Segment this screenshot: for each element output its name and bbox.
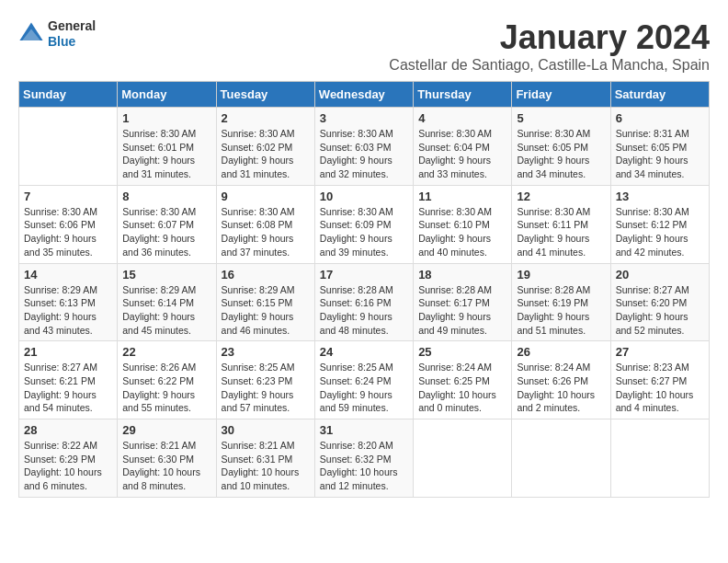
day-info: Sunrise: 8:30 AM Sunset: 6:01 PM Dayligh… [122,127,210,181]
day-header-sunday: Sunday [19,82,118,108]
day-info: Sunrise: 8:30 AM Sunset: 6:05 PM Dayligh… [517,127,605,181]
day-info: Sunrise: 8:21 AM Sunset: 6:30 PM Dayligh… [122,439,210,493]
day-info: Sunrise: 8:31 AM Sunset: 6:05 PM Dayligh… [616,127,704,181]
day-number: 17 [320,268,408,282]
calendar-cell: 9Sunrise: 8:30 AM Sunset: 6:08 PM Daylig… [216,185,314,263]
day-number: 16 [222,268,310,282]
calendar-cell: 3Sunrise: 8:30 AM Sunset: 6:03 PM Daylig… [314,108,413,186]
day-info: Sunrise: 8:30 AM Sunset: 6:07 PM Dayligh… [122,205,210,259]
calendar-header-row: SundayMondayTuesdayWednesdayThursdayFrid… [19,82,710,108]
day-number: 13 [616,190,704,203]
calendar-cell: 23Sunrise: 8:25 AM Sunset: 6:23 PM Dayli… [216,341,314,419]
calendar-cell: 5Sunrise: 8:30 AM Sunset: 6:05 PM Daylig… [512,108,610,186]
day-number: 30 [222,423,310,437]
calendar-week-row: 1Sunrise: 8:30 AM Sunset: 6:01 PM Daylig… [19,108,710,186]
calendar-cell: 28Sunrise: 8:22 AM Sunset: 6:29 PM Dayli… [19,419,118,498]
main-title: January 2024 [389,18,710,57]
logo-line2: Blue [48,34,96,50]
day-number: 28 [24,423,112,437]
day-number: 19 [517,268,605,282]
calendar-cell: 31Sunrise: 8:20 AM Sunset: 6:32 PM Dayli… [314,419,413,498]
logo-line1: General [48,18,96,34]
calendar-cell [610,419,709,498]
day-number: 6 [616,111,704,125]
day-info: Sunrise: 8:29 AM Sunset: 6:15 PM Dayligh… [222,283,310,338]
day-info: Sunrise: 8:30 AM Sunset: 6:12 PM Dayligh… [616,205,704,259]
logo-icon [18,21,44,47]
day-number: 15 [122,268,210,282]
day-number: 1 [122,111,210,125]
day-info: Sunrise: 8:30 AM Sunset: 6:10 PM Dayligh… [418,205,506,259]
day-info: Sunrise: 8:29 AM Sunset: 6:14 PM Dayligh… [122,283,210,338]
day-number: 18 [418,268,506,282]
day-number: 22 [122,345,210,359]
day-info: Sunrise: 8:28 AM Sunset: 6:16 PM Dayligh… [320,283,408,338]
day-number: 14 [24,268,112,282]
day-info: Sunrise: 8:20 AM Sunset: 6:32 PM Dayligh… [320,439,408,493]
calendar-cell: 19Sunrise: 8:28 AM Sunset: 6:19 PM Dayli… [512,263,610,341]
day-info: Sunrise: 8:30 AM Sunset: 6:08 PM Dayligh… [222,205,310,259]
calendar-cell: 11Sunrise: 8:30 AM Sunset: 6:10 PM Dayli… [414,185,512,263]
calendar-cell: 10Sunrise: 8:30 AM Sunset: 6:09 PM Dayli… [314,185,413,263]
calendar-cell: 21Sunrise: 8:27 AM Sunset: 6:21 PM Dayli… [19,341,118,419]
day-header-thursday: Thursday [414,82,512,108]
logo: General Blue [18,18,96,50]
day-info: Sunrise: 8:28 AM Sunset: 6:17 PM Dayligh… [418,283,506,338]
day-info: Sunrise: 8:27 AM Sunset: 6:20 PM Dayligh… [616,283,704,338]
day-info: Sunrise: 8:30 AM Sunset: 6:11 PM Dayligh… [517,205,605,259]
day-number: 5 [517,111,605,125]
calendar-week-row: 21Sunrise: 8:27 AM Sunset: 6:21 PM Dayli… [19,341,710,419]
calendar-cell: 7Sunrise: 8:30 AM Sunset: 6:06 PM Daylig… [19,185,118,263]
calendar-cell: 2Sunrise: 8:30 AM Sunset: 6:02 PM Daylig… [216,108,314,186]
calendar-cell: 25Sunrise: 8:24 AM Sunset: 6:25 PM Dayli… [414,341,512,419]
day-header-monday: Monday [118,82,216,108]
day-number: 2 [222,111,310,125]
calendar-body: 1Sunrise: 8:30 AM Sunset: 6:01 PM Daylig… [19,108,710,498]
day-number: 11 [418,190,506,203]
day-number: 21 [24,345,112,359]
day-number: 29 [122,423,210,437]
day-info: Sunrise: 8:21 AM Sunset: 6:31 PM Dayligh… [222,439,310,493]
day-info: Sunrise: 8:30 AM Sunset: 6:06 PM Dayligh… [24,205,112,259]
day-info: Sunrise: 8:27 AM Sunset: 6:21 PM Dayligh… [24,361,112,415]
calendar-cell: 12Sunrise: 8:30 AM Sunset: 6:11 PM Dayli… [512,185,610,263]
day-number: 25 [418,345,506,359]
calendar-cell: 26Sunrise: 8:24 AM Sunset: 6:26 PM Dayli… [512,341,610,419]
day-info: Sunrise: 8:24 AM Sunset: 6:26 PM Dayligh… [517,361,605,415]
day-number: 12 [517,190,605,203]
day-header-saturday: Saturday [610,82,709,108]
day-info: Sunrise: 8:30 AM Sunset: 6:02 PM Dayligh… [222,127,310,181]
calendar-cell [512,419,610,498]
day-number: 7 [24,190,112,203]
day-info: Sunrise: 8:30 AM Sunset: 6:09 PM Dayligh… [320,205,408,259]
day-number: 9 [222,190,310,203]
day-number: 3 [320,111,408,125]
day-header-tuesday: Tuesday [216,82,314,108]
day-number: 24 [320,345,408,359]
calendar-cell [19,108,118,186]
day-number: 26 [517,345,605,359]
day-number: 20 [616,268,704,282]
day-info: Sunrise: 8:25 AM Sunset: 6:24 PM Dayligh… [320,361,408,415]
day-info: Sunrise: 8:29 AM Sunset: 6:13 PM Dayligh… [24,283,112,338]
subtitle: Castellar de Santiago, Castille-La Manch… [389,57,710,74]
calendar-cell: 27Sunrise: 8:23 AM Sunset: 6:27 PM Dayli… [610,341,709,419]
calendar-cell: 30Sunrise: 8:21 AM Sunset: 6:31 PM Dayli… [216,419,314,498]
day-info: Sunrise: 8:30 AM Sunset: 6:03 PM Dayligh… [320,127,408,181]
calendar-cell: 8Sunrise: 8:30 AM Sunset: 6:07 PM Daylig… [118,185,216,263]
day-number: 23 [222,345,310,359]
day-info: Sunrise: 8:30 AM Sunset: 6:04 PM Dayligh… [418,127,506,181]
calendar-cell: 29Sunrise: 8:21 AM Sunset: 6:30 PM Dayli… [118,419,216,498]
calendar-cell: 20Sunrise: 8:27 AM Sunset: 6:20 PM Dayli… [610,263,709,341]
title-block: January 2024 Castellar de Santiago, Cast… [389,18,710,74]
calendar-week-row: 28Sunrise: 8:22 AM Sunset: 6:29 PM Dayli… [19,419,710,498]
day-number: 10 [320,190,408,203]
calendar-cell: 22Sunrise: 8:26 AM Sunset: 6:22 PM Dayli… [118,341,216,419]
calendar-cell: 4Sunrise: 8:30 AM Sunset: 6:04 PM Daylig… [414,108,512,186]
day-number: 27 [616,345,704,359]
calendar-cell: 6Sunrise: 8:31 AM Sunset: 6:05 PM Daylig… [610,108,709,186]
day-header-friday: Friday [512,82,610,108]
calendar-week-row: 14Sunrise: 8:29 AM Sunset: 6:13 PM Dayli… [19,263,710,341]
day-number: 4 [418,111,506,125]
calendar-table: SundayMondayTuesdayWednesdayThursdayFrid… [18,81,710,498]
